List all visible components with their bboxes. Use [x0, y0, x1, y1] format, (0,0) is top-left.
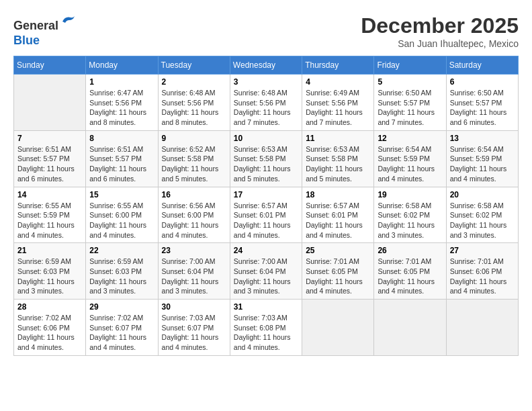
- day-number: 9: [162, 134, 226, 143]
- day-number: 11: [306, 134, 370, 143]
- calendar-cell: 7Sunrise: 6:51 AMSunset: 5:57 PMDaylight…: [14, 130, 86, 187]
- day-number: 28: [17, 302, 82, 312]
- day-info: Sunrise: 7:00 AMSunset: 6:04 PMDaylight:…: [162, 257, 226, 296]
- day-number: 2: [162, 77, 226, 87]
- day-number: 15: [89, 190, 154, 199]
- day-number: 26: [378, 246, 442, 255]
- calendar-table: SundayMondayTuesdayWednesdayThursdayFrid…: [13, 56, 519, 356]
- calendar-cell: 17Sunrise: 6:57 AMSunset: 6:01 PMDayligh…: [230, 187, 302, 243]
- day-info: Sunrise: 7:03 AMSunset: 6:07 PMDaylight:…: [162, 313, 226, 353]
- month-title: December 2025: [361, 13, 519, 38]
- day-info: Sunrise: 6:54 AMSunset: 5:59 PMDaylight:…: [450, 144, 515, 184]
- day-info: Sunrise: 7:01 AMSunset: 6:05 PMDaylight:…: [306, 257, 370, 296]
- day-number: 6: [450, 77, 515, 87]
- day-number: 22: [89, 246, 154, 255]
- calendar-cell: 11Sunrise: 6:53 AMSunset: 5:58 PMDayligh…: [302, 130, 374, 187]
- week-row-4: 21Sunrise: 6:59 AMSunset: 6:03 PMDayligh…: [14, 243, 519, 300]
- calendar-cell: 26Sunrise: 7:01 AMSunset: 6:05 PMDayligh…: [374, 243, 446, 300]
- calendar-cell: 27Sunrise: 7:01 AMSunset: 6:06 PMDayligh…: [446, 243, 518, 300]
- calendar-cell: 14Sunrise: 6:55 AMSunset: 5:59 PMDayligh…: [14, 187, 86, 243]
- day-number: 27: [450, 246, 515, 255]
- calendar-cell: 1Sunrise: 6:47 AMSunset: 5:56 PMDaylight…: [86, 75, 158, 131]
- day-info: Sunrise: 6:50 AMSunset: 5:57 PMDaylight:…: [450, 88, 515, 128]
- day-info: Sunrise: 6:58 AMSunset: 6:02 PMDaylight:…: [378, 201, 442, 240]
- day-info: Sunrise: 6:56 AMSunset: 6:00 PMDaylight:…: [162, 201, 226, 240]
- day-number: 4: [306, 77, 370, 87]
- weekday-header-friday: Friday: [374, 56, 446, 75]
- calendar-cell: 13Sunrise: 6:54 AMSunset: 5:59 PMDayligh…: [446, 130, 518, 187]
- day-number: 21: [17, 246, 82, 255]
- week-row-5: 28Sunrise: 7:02 AMSunset: 6:06 PMDayligh…: [14, 300, 519, 356]
- calendar-cell: 20Sunrise: 6:58 AMSunset: 6:02 PMDayligh…: [446, 187, 518, 243]
- location: San Juan Ihualtepec, Mexico: [361, 38, 519, 49]
- day-info: Sunrise: 6:50 AMSunset: 5:57 PMDaylight:…: [378, 88, 442, 128]
- calendar-cell: 19Sunrise: 6:58 AMSunset: 6:02 PMDayligh…: [374, 187, 446, 243]
- day-number: 29: [89, 302, 154, 312]
- day-number: 16: [162, 190, 226, 199]
- day-number: 19: [378, 190, 442, 199]
- day-info: Sunrise: 6:47 AMSunset: 5:56 PMDaylight:…: [89, 88, 154, 128]
- calendar-cell: 31Sunrise: 7:03 AMSunset: 6:08 PMDayligh…: [230, 300, 302, 356]
- weekday-header-wednesday: Wednesday: [230, 56, 302, 75]
- calendar-cell: 24Sunrise: 7:00 AMSunset: 6:04 PMDayligh…: [230, 243, 302, 300]
- week-row-1: 1Sunrise: 6:47 AMSunset: 5:56 PMDaylight…: [14, 75, 519, 131]
- calendar-cell: 22Sunrise: 6:59 AMSunset: 6:03 PMDayligh…: [86, 243, 158, 300]
- day-info: Sunrise: 6:51 AMSunset: 5:57 PMDaylight:…: [17, 144, 82, 184]
- calendar-cell: 23Sunrise: 7:00 AMSunset: 6:04 PMDayligh…: [158, 243, 230, 300]
- day-info: Sunrise: 6:58 AMSunset: 6:02 PMDaylight:…: [450, 201, 515, 240]
- weekday-header-row: SundayMondayTuesdayWednesdayThursdayFrid…: [14, 56, 519, 75]
- calendar-cell: 12Sunrise: 6:54 AMSunset: 5:59 PMDayligh…: [374, 130, 446, 187]
- day-info: Sunrise: 6:51 AMSunset: 5:57 PMDaylight:…: [89, 144, 154, 184]
- calendar-cell: 4Sunrise: 6:49 AMSunset: 5:56 PMDaylight…: [302, 75, 374, 131]
- weekday-header-saturday: Saturday: [446, 56, 518, 75]
- day-number: 1: [89, 77, 154, 87]
- calendar-cell: 3Sunrise: 6:48 AMSunset: 5:56 PMDaylight…: [230, 75, 302, 131]
- day-number: 30: [162, 302, 226, 312]
- day-number: 10: [234, 134, 298, 143]
- week-row-3: 14Sunrise: 6:55 AMSunset: 5:59 PMDayligh…: [14, 187, 519, 243]
- calendar-cell: 9Sunrise: 6:52 AMSunset: 5:58 PMDaylight…: [158, 130, 230, 187]
- day-info: Sunrise: 7:02 AMSunset: 6:07 PMDaylight:…: [89, 313, 154, 353]
- day-info: Sunrise: 6:52 AMSunset: 5:58 PMDaylight:…: [162, 144, 226, 184]
- day-info: Sunrise: 6:53 AMSunset: 5:58 PMDaylight:…: [234, 144, 298, 184]
- logo-bird-icon: [60, 13, 76, 30]
- day-info: Sunrise: 6:48 AMSunset: 5:56 PMDaylight:…: [162, 88, 226, 128]
- calendar-cell: 29Sunrise: 7:02 AMSunset: 6:07 PMDayligh…: [86, 300, 158, 356]
- calendar-cell: 2Sunrise: 6:48 AMSunset: 5:56 PMDaylight…: [158, 75, 230, 131]
- day-info: Sunrise: 6:49 AMSunset: 5:56 PMDaylight:…: [306, 88, 370, 128]
- calendar-cell: 25Sunrise: 7:01 AMSunset: 6:05 PMDayligh…: [302, 243, 374, 300]
- day-info: Sunrise: 6:55 AMSunset: 5:59 PMDaylight:…: [17, 201, 82, 240]
- calendar-cell: 21Sunrise: 6:59 AMSunset: 6:03 PMDayligh…: [14, 243, 86, 300]
- day-info: Sunrise: 6:53 AMSunset: 5:58 PMDaylight:…: [306, 144, 370, 184]
- day-info: Sunrise: 6:59 AMSunset: 6:03 PMDaylight:…: [17, 257, 82, 296]
- day-info: Sunrise: 6:48 AMSunset: 5:56 PMDaylight:…: [234, 88, 298, 128]
- day-number: 5: [378, 77, 442, 87]
- logo: General Blue: [13, 13, 76, 48]
- day-number: 7: [17, 134, 82, 143]
- day-number: 13: [450, 134, 515, 143]
- day-number: 3: [234, 77, 298, 87]
- day-number: 14: [17, 190, 82, 199]
- calendar-cell: [374, 300, 446, 356]
- day-info: Sunrise: 6:59 AMSunset: 6:03 PMDaylight:…: [89, 257, 154, 296]
- day-number: 18: [306, 190, 370, 199]
- day-info: Sunrise: 6:55 AMSunset: 6:00 PMDaylight:…: [89, 201, 154, 240]
- logo-blue-text: Blue: [13, 34, 76, 48]
- week-row-2: 7Sunrise: 6:51 AMSunset: 5:57 PMDaylight…: [14, 130, 519, 187]
- calendar-cell: [302, 300, 374, 356]
- day-number: 12: [378, 134, 442, 143]
- weekday-header-tuesday: Tuesday: [158, 56, 230, 75]
- day-number: 20: [450, 190, 515, 199]
- day-info: Sunrise: 6:57 AMSunset: 6:01 PMDaylight:…: [234, 201, 298, 240]
- calendar-cell: [446, 300, 518, 356]
- day-info: Sunrise: 7:01 AMSunset: 6:06 PMDaylight:…: [450, 257, 515, 296]
- calendar-cell: [14, 75, 86, 131]
- day-number: 31: [234, 302, 298, 312]
- calendar-cell: 28Sunrise: 7:02 AMSunset: 6:06 PMDayligh…: [14, 300, 86, 356]
- title-block: December 2025 San Juan Ihualtepec, Mexic…: [361, 13, 519, 49]
- weekday-header-sunday: Sunday: [14, 56, 86, 75]
- calendar-cell: 15Sunrise: 6:55 AMSunset: 6:00 PMDayligh…: [86, 187, 158, 243]
- day-info: Sunrise: 6:54 AMSunset: 5:59 PMDaylight:…: [378, 144, 442, 184]
- day-number: 8: [89, 134, 154, 143]
- calendar-cell: 10Sunrise: 6:53 AMSunset: 5:58 PMDayligh…: [230, 130, 302, 187]
